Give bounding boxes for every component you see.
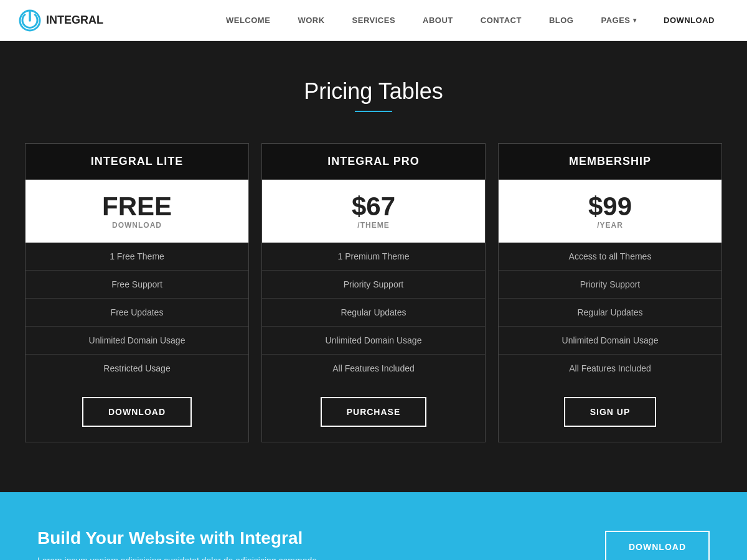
brand-name: INTEGRAL [46, 14, 103, 27]
navbar: INTEGRAL WELCOME WORK SERVICES ABOUT CON… [0, 0, 747, 41]
pricing-card-pro: INTEGRAL PRO $67 /THEME 1 Premium Theme … [261, 143, 486, 442]
card-price-lite: FREE [38, 192, 236, 221]
chevron-down-icon: ▾ [633, 0, 637, 41]
feature-lite-0: 1 Free Theme [26, 243, 248, 271]
download-button[interactable]: DOWNLOAD [82, 397, 192, 427]
nav-item-services: SERVICES [339, 0, 410, 41]
card-header-membership: MEMBERSHIP [499, 144, 721, 180]
card-price-membership: $99 [511, 192, 709, 221]
nav-link-pages[interactable]: PAGES ▾ [587, 0, 650, 41]
feature-pro-3: Unlimited Domain Usage [262, 327, 485, 355]
cta-download-button[interactable]: DOWNLOAD [605, 531, 710, 560]
card-header-lite: INTEGRAL LITE [26, 144, 248, 180]
card-price-area-membership: $99 /YEAR [499, 180, 721, 243]
feature-pro-4: All Features Included [262, 355, 485, 382]
card-features-lite: 1 Free Theme Free Support Free Updates U… [26, 243, 248, 382]
feature-pro-1: Priority Support [262, 271, 485, 299]
card-features-pro: 1 Premium Theme Priority Support Regular… [262, 243, 485, 382]
nav-link-contact[interactable]: CONTACT [467, 0, 535, 41]
feature-mem-4: All Features Included [499, 355, 721, 382]
nav-item-about: ABOUT [409, 0, 467, 41]
card-price-pro: $67 [275, 192, 472, 221]
nav-link-services[interactable]: SERVICES [339, 0, 410, 41]
card-plan-name-pro: INTEGRAL PRO [273, 155, 474, 168]
power-icon [19, 9, 41, 32]
nav-item-blog: BLOG [535, 0, 588, 41]
nav-link-welcome[interactable]: WELCOME [212, 0, 284, 41]
pricing-cards: INTEGRAL LITE FREE DOWNLOAD 1 Free Theme… [19, 143, 728, 442]
cta-heading: Build Your Website with Integral [37, 528, 319, 548]
nav-item-work: WORK [284, 0, 338, 41]
card-price-sub-pro: /THEME [275, 221, 472, 230]
cta-section: Build Your Website with Integral Lorem i… [0, 492, 747, 560]
feature-mem-3: Unlimited Domain Usage [499, 327, 721, 355]
feature-mem-0: Access to all Themes [499, 243, 721, 271]
brand-logo[interactable]: INTEGRAL [19, 9, 103, 32]
card-price-area-pro: $67 /THEME [262, 180, 485, 243]
card-plan-name-lite: INTEGRAL LITE [37, 155, 237, 168]
nav-link-about[interactable]: ABOUT [409, 0, 467, 41]
pricing-card-membership: MEMBERSHIP $99 /YEAR Access to all Theme… [498, 143, 722, 442]
cta-subtext: Lorem ipsum veniam adipisicing cupidatat… [37, 556, 319, 560]
pricing-section: Pricing Tables INTEGRAL LITE FREE DOWNLO… [0, 41, 747, 492]
feature-pro-0: 1 Premium Theme [262, 243, 485, 271]
pricing-title: Pricing Tables [19, 78, 728, 105]
card-features-membership: Access to all Themes Priority Support Re… [499, 243, 721, 382]
card-action-membership: SIGN UP [499, 382, 721, 442]
card-header-pro: INTEGRAL PRO [262, 144, 485, 180]
card-price-sub-membership: /YEAR [511, 221, 709, 230]
card-action-pro: PURCHASE [262, 382, 485, 442]
feature-lite-4: Restricted Usage [26, 355, 248, 382]
feature-lite-1: Free Support [26, 271, 248, 299]
card-price-area-lite: FREE DOWNLOAD [26, 180, 248, 243]
cta-text: Build Your Website with Integral Lorem i… [37, 528, 319, 560]
feature-lite-2: Free Updates [26, 299, 248, 327]
nav-item-pages: PAGES ▾ [587, 0, 650, 41]
card-price-sub-lite: DOWNLOAD [38, 221, 236, 230]
nav-item-welcome: WELCOME [212, 0, 284, 41]
card-plan-name-membership: MEMBERSHIP [510, 155, 710, 168]
nav-link-download[interactable]: DOWNLOAD [650, 0, 728, 41]
nav-link-work[interactable]: WORK [284, 0, 338, 41]
card-action-lite: DOWNLOAD [26, 382, 248, 442]
nav-links: WELCOME WORK SERVICES ABOUT CONTACT BLOG… [212, 0, 728, 41]
purchase-button[interactable]: PURCHASE [321, 397, 427, 427]
pricing-divider [355, 111, 392, 112]
nav-item-download: DOWNLOAD [650, 0, 728, 41]
feature-lite-3: Unlimited Domain Usage [26, 327, 248, 355]
feature-mem-1: Priority Support [499, 271, 721, 299]
pricing-card-lite: INTEGRAL LITE FREE DOWNLOAD 1 Free Theme… [25, 143, 249, 442]
feature-pro-2: Regular Updates [262, 299, 485, 327]
feature-mem-2: Regular Updates [499, 299, 721, 327]
signup-button[interactable]: SIGN UP [564, 397, 657, 427]
nav-item-contact: CONTACT [467, 0, 535, 41]
nav-link-blog[interactable]: BLOG [535, 0, 588, 41]
